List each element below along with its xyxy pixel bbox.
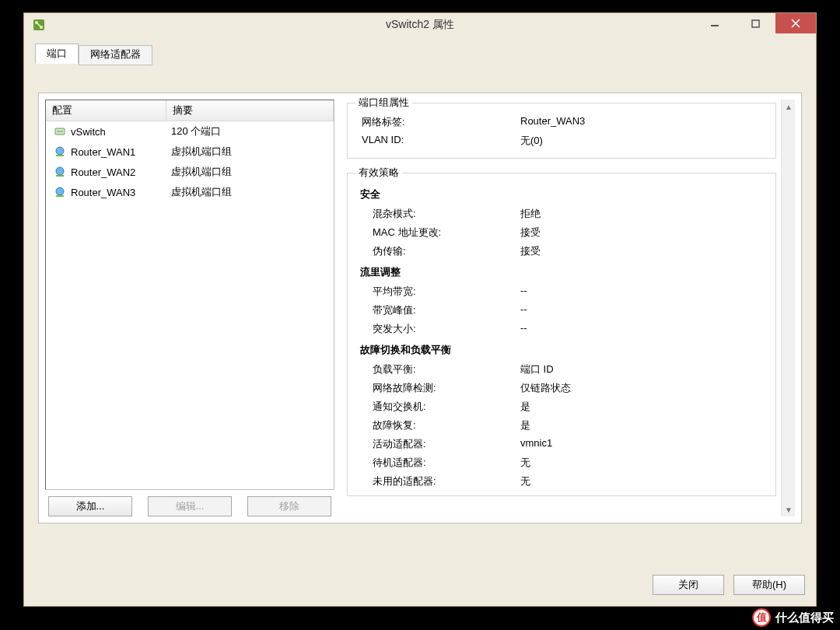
dialog-footer: 关闭 帮助(H) (653, 575, 805, 595)
failover-heading: 故障切换和负载平衡 (357, 338, 766, 360)
value-peak-bw: -- (520, 303, 766, 317)
label-network: 网络标签: (357, 115, 520, 129)
portgroup-icon (54, 186, 66, 198)
portgroup-icon (54, 166, 66, 178)
left-buttons: 添加... 编辑... 移除 (45, 490, 334, 516)
item-summary: 虚拟机端口组 (166, 143, 334, 160)
svg-rect-14 (56, 195, 64, 197)
remove-button[interactable]: 移除 (247, 496, 331, 516)
watermark: 值 什么值得买 (752, 608, 834, 627)
config-list[interactable]: 配置 摘要 vSwitch 120 (45, 100, 334, 490)
svg-point-13 (56, 187, 64, 195)
label-failback: 故障恢复: (357, 418, 520, 432)
edit-button[interactable]: 编辑... (148, 496, 232, 516)
tab-ports[interactable]: 端口 (35, 44, 79, 64)
left-pane: 配置 摘要 vSwitch 120 (45, 100, 334, 516)
traffic-heading: 流里调整 (357, 261, 766, 282)
security-heading: 安全 (357, 183, 766, 205)
effective-policy: 有效策略 安全 混杂模式:拒绝 MAC 地址更改:接受 伪传输:接受 流里调整 … (347, 173, 776, 496)
scroll-up-icon[interactable]: ▲ (782, 100, 796, 114)
minimize-button[interactable] (695, 13, 735, 33)
label-vlan: VLAN ID: (357, 134, 520, 148)
item-name: Router_WAN1 (71, 146, 135, 158)
value-unused-adapters: 无 (520, 474, 766, 488)
dialog-window: vSwitch2 属性 端口 网络适配器 配置 (23, 12, 817, 607)
app-icon (32, 18, 46, 32)
watermark-text: 什么值得买 (775, 611, 834, 625)
label-mac-change: MAC 地址更改: (357, 226, 520, 240)
list-rows: vSwitch 120 个端口 Router_WAN1 (46, 121, 334, 202)
scroll-track[interactable] (782, 114, 795, 502)
tab-panel: 配置 摘要 vSwitch 120 (38, 93, 802, 523)
label-forged: 伪传输: (357, 244, 520, 258)
item-summary: 120 个端口 (166, 123, 334, 140)
label-avg-bw: 平均带宽: (357, 285, 520, 299)
list-item[interactable]: vSwitch 120 个端口 (46, 121, 334, 142)
item-name: Router_WAN3 (71, 187, 135, 198)
legend-policy: 有效策略 (355, 166, 402, 180)
label-notify-switch: 通知交换机: (357, 400, 520, 414)
label-burst: 突发大小: (357, 322, 520, 336)
label-peak-bw: 带宽峰值: (357, 303, 520, 317)
value-avg-bw: -- (520, 285, 766, 299)
svg-rect-4 (752, 20, 759, 27)
help-button[interactable]: 帮助(H) (733, 575, 805, 595)
scrollbar[interactable]: ▲ ▼ (781, 100, 795, 516)
item-name: Router_WAN2 (71, 166, 135, 178)
value-promiscuous: 拒绝 (520, 207, 766, 221)
window-controls (695, 13, 816, 37)
label-promiscuous: 混杂模式: (357, 207, 520, 221)
vswitch-icon (54, 125, 66, 138)
svg-point-9 (56, 147, 64, 155)
list-item[interactable]: Router_WAN1 虚拟机端口组 (46, 142, 334, 162)
tabs: 端口 网络适配器 (35, 43, 152, 63)
right-pane: 端口组属性 网络标签: Router_WAN3 VLAN ID: 无(0) 有效… (344, 100, 795, 516)
value-standby-adapters: 无 (520, 456, 766, 470)
titlebar[interactable]: vSwitch2 属性 (24, 13, 816, 37)
header-summary[interactable]: 摘要 (166, 100, 334, 121)
maximize-button[interactable] (735, 13, 775, 33)
label-standby-adapters: 待机适配器: (357, 456, 520, 470)
close-dialog-button[interactable]: 关闭 (653, 575, 724, 595)
svg-rect-10 (56, 155, 64, 156)
item-summary: 虚拟机端口组 (166, 184, 334, 201)
tab-adapters[interactable]: 网络适配器 (79, 45, 152, 65)
value-mac-change: 接受 (520, 226, 766, 240)
value-loadbalance: 端口 ID (520, 362, 766, 376)
close-button[interactable] (775, 13, 816, 33)
value-vlan: 无(0) (520, 134, 766, 148)
portgroup-icon (54, 145, 66, 158)
add-button[interactable]: 添加... (48, 496, 132, 516)
watermark-badge: 值 (752, 608, 771, 627)
list-item[interactable]: Router_WAN2 虚拟机端口组 (46, 162, 334, 182)
label-loadbalance: 负载平衡: (357, 362, 520, 376)
item-summary: 虚拟机端口组 (166, 163, 334, 180)
item-name: vSwitch (71, 126, 106, 138)
portgroup-properties: 端口组属性 网络标签: Router_WAN3 VLAN ID: 无(0) (347, 103, 776, 159)
label-unused-adapters: 未用的适配器: (357, 474, 520, 488)
svg-rect-12 (56, 175, 64, 177)
value-burst: -- (520, 322, 766, 336)
header-config[interactable]: 配置 (46, 100, 166, 121)
value-failback: 是 (520, 418, 766, 432)
value-forged: 接受 (520, 244, 766, 258)
value-active-adapters: vmnic1 (520, 437, 766, 451)
legend-portgroup: 端口组属性 (355, 96, 412, 110)
value-network: Router_WAN3 (520, 115, 766, 129)
value-notify-switch: 是 (520, 400, 766, 414)
label-active-adapters: 活动适配器: (357, 437, 520, 451)
svg-point-11 (56, 167, 64, 175)
list-header: 配置 摘要 (46, 100, 334, 121)
label-fault-detect: 网络故障检测: (357, 381, 520, 395)
value-fault-detect: 仅链路状态 (520, 381, 766, 395)
scroll-down-icon[interactable]: ▼ (782, 502, 796, 516)
list-item[interactable]: Router_WAN3 虚拟机端口组 (46, 182, 334, 202)
